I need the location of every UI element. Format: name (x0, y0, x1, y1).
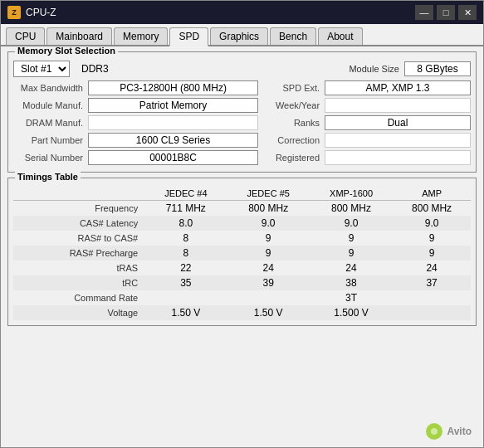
memory-slot-group: Memory Slot Selection Slot #1 Slot #2 Sl… (7, 51, 477, 173)
week-year-row: Week/Year (266, 97, 471, 114)
cell-ras-pre-amp: 9 (393, 246, 471, 261)
avito-logo-icon (425, 422, 443, 441)
col-header-xmp: XMP-1600 (310, 187, 393, 201)
serial-number-label: Serial Number (13, 153, 88, 163)
app-icon: Z (7, 6, 21, 19)
registered-value (325, 150, 471, 165)
registered-row: Registered (266, 149, 471, 166)
close-button[interactable]: ✕ (458, 5, 477, 20)
correction-label: Correction (266, 135, 325, 145)
dram-manuf-label: DRAM Manuf. (13, 118, 88, 128)
cell-trc-xmp: 38 (310, 275, 393, 290)
col-header-jedec4: JEDEC #4 (144, 187, 227, 201)
cell-cas-jedec5: 9.0 (227, 216, 310, 231)
cell-voltage-amp (393, 305, 471, 320)
ranks-label: Ranks (266, 118, 325, 128)
cell-trc-jedec5: 39 (227, 275, 310, 290)
slot-info-right: SPD Ext. AMP, XMP 1.3 Week/Year Ranks Du… (266, 80, 471, 167)
content-area: Memory Slot Selection Slot #1 Slot #2 Sl… (1, 46, 483, 447)
memory-slot-group-title: Memory Slot Selection (15, 46, 118, 56)
week-year-label: Week/Year (266, 100, 325, 110)
maximize-button[interactable]: □ (437, 5, 455, 20)
cell-cas-xmp: 9.0 (310, 216, 393, 231)
spd-ext-value: AMP, XMP 1.3 (325, 80, 471, 95)
col-header-jedec5: JEDEC #5 (227, 187, 310, 201)
module-size-wrap: Module Size 8 GBytes (349, 61, 471, 76)
tab-cpu[interactable]: CPU (6, 27, 45, 45)
tab-bench[interactable]: Bench (270, 27, 316, 45)
module-manuf-value: Patriot Memory (88, 98, 258, 113)
watermark-text: Avito (447, 426, 472, 437)
row-label-cmd: Command Rate (13, 290, 144, 305)
cell-tras-xmp: 24 (310, 261, 393, 275)
table-row: CAS# Latency 8.0 9.0 9.0 9.0 (13, 216, 471, 231)
registered-label: Registered (266, 153, 325, 163)
module-size-label: Module Size (349, 64, 399, 74)
cell-cmd-jedec4 (144, 290, 227, 305)
table-row: RAS# to CAS# 8 9 9 9 (13, 231, 471, 246)
window-title: CPU-Z (26, 7, 415, 18)
col-header-empty (13, 187, 144, 201)
cell-ras-cas-jedec5: 9 (227, 231, 310, 246)
tab-about[interactable]: About (318, 27, 362, 45)
row-label-tras: tRAS (13, 261, 144, 275)
cell-voltage-jedec5: 1.50 V (227, 305, 310, 320)
cell-cas-amp: 9.0 (393, 216, 471, 231)
cell-tras-amp: 24 (393, 261, 471, 275)
cell-voltage-xmp: 1.500 V (310, 305, 393, 320)
spd-ext-row: SPD Ext. AMP, XMP 1.3 (266, 80, 471, 96)
ranks-row: Ranks Dual (266, 114, 471, 131)
col-header-amp: AMP (393, 187, 471, 201)
cell-tras-jedec4: 22 (144, 261, 227, 275)
window-controls: — □ ✕ (415, 5, 477, 20)
minimize-button[interactable]: — (415, 5, 433, 20)
spd-ext-label: SPD Ext. (266, 83, 325, 93)
table-row: tRC 35 39 38 37 (13, 275, 471, 290)
tab-graphics[interactable]: Graphics (210, 27, 268, 45)
part-number-value: 1600 CL9 Series (88, 133, 258, 148)
table-row: Frequency 711 MHz 800 MHz 800 MHz 800 MH… (13, 201, 471, 217)
main-window: Z CPU-Z — □ ✕ CPU Mainboard Memory SPD G… (0, 0, 484, 448)
correction-row: Correction (266, 132, 471, 149)
cell-frequency-xmp: 800 MHz (310, 201, 393, 217)
tab-memory[interactable]: Memory (114, 27, 168, 45)
table-row: Command Rate 3T (13, 290, 471, 305)
timings-table: JEDEC #4 JEDEC #5 XMP-1600 AMP Frequency… (13, 187, 471, 320)
max-bandwidth-row: Max Bandwidth PC3-12800H (800 MHz) (13, 80, 258, 96)
cell-voltage-jedec4: 1.50 V (144, 305, 227, 320)
tab-mainboard[interactable]: Mainboard (46, 27, 112, 45)
cell-tras-jedec5: 24 (227, 261, 310, 275)
cell-frequency-jedec5: 800 MHz (227, 201, 310, 217)
slot-selection-row: Slot #1 Slot #2 Slot #3 Slot #4 DDR3 Mod… (13, 61, 471, 77)
cell-cmd-amp (393, 290, 471, 305)
cell-ras-cas-xmp: 9 (310, 231, 393, 246)
cell-cas-jedec4: 8.0 (144, 216, 227, 231)
cell-ras-pre-xmp: 9 (310, 246, 393, 261)
part-number-row: Part Number 1600 CL9 Series (13, 132, 258, 149)
week-year-value (325, 98, 471, 113)
cell-cmd-xmp: 3T (310, 290, 393, 305)
cell-frequency-jedec4: 711 MHz (144, 201, 227, 217)
cell-ras-pre-jedec4: 8 (144, 246, 227, 261)
slot-select[interactable]: Slot #1 Slot #2 Slot #3 Slot #4 (13, 61, 70, 77)
serial-number-value: 00001B8C (88, 150, 258, 165)
svg-point-1 (431, 428, 438, 435)
ranks-value: Dual (325, 115, 471, 130)
cell-frequency-amp: 800 MHz (393, 201, 471, 217)
correction-value (325, 133, 471, 148)
max-bandwidth-label: Max Bandwidth (13, 83, 88, 93)
mem-type: DDR3 (81, 63, 109, 75)
module-manuf-label: Module Manuf. (13, 100, 88, 110)
cell-ras-cas-jedec4: 8 (144, 231, 227, 246)
module-manuf-row: Module Manuf. Patriot Memory (13, 97, 258, 114)
tab-spd[interactable]: SPD (169, 27, 208, 46)
tab-bar: CPU Mainboard Memory SPD Graphics Bench … (1, 24, 483, 46)
max-bandwidth-value: PC3-12800H (800 MHz) (88, 80, 258, 95)
module-size-value: 8 GBytes (404, 61, 471, 76)
table-row: Voltage 1.50 V 1.50 V 1.500 V (13, 305, 471, 320)
watermark: Avito (425, 422, 472, 441)
row-label-frequency: Frequency (13, 201, 144, 217)
cell-trc-jedec4: 35 (144, 275, 227, 290)
timings-group: Timings Table JEDEC #4 JEDEC #5 XMP-1600… (7, 178, 477, 326)
table-row: RAS# Precharge 8 9 9 9 (13, 246, 471, 261)
